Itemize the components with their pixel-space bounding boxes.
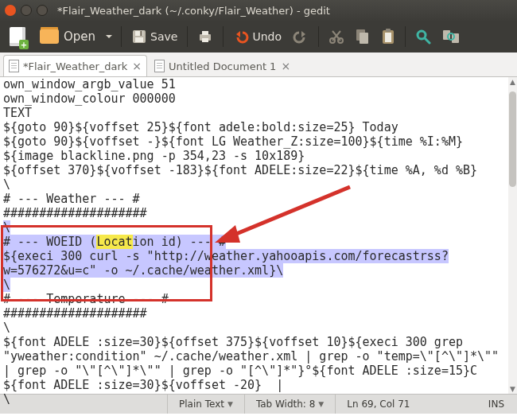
editor-line: \ — [3, 321, 512, 335]
save-button[interactable]: Save — [126, 25, 182, 49]
editor-line: \ — [3, 278, 512, 292]
redo-button[interactable] — [288, 25, 313, 49]
tab-close-button[interactable]: × — [132, 60, 142, 72]
cut-button[interactable] — [324, 25, 349, 49]
main-toolbar: + Open Save Undo — [0, 21, 517, 52]
editor-line: own_window_colour 000000 — [3, 91, 512, 106]
printer-icon — [197, 29, 213, 45]
copy-button[interactable] — [351, 25, 375, 49]
editor-line: #################### — [3, 306, 512, 321]
editor-container: own_window_argb_value 51own_window_colou… — [0, 77, 517, 394]
window-close-button[interactable] — [5, 5, 16, 16]
tab-strip: *Flair_Weather_dark × Untitled Document … — [0, 52, 517, 77]
new-document-button[interactable]: + — [5, 25, 33, 49]
editor-line: own_window_argb_value 51 — [3, 77, 512, 91]
search-icon — [415, 29, 431, 45]
open-button[interactable]: Open — [35, 25, 100, 49]
svg-rect-10 — [360, 33, 368, 44]
scrollbar-down-arrow[interactable]: ▼ — [508, 384, 517, 394]
editor-line: # --- Weather --- # — [3, 192, 512, 206]
editor-line: \ — [3, 177, 512, 192]
copy-icon — [356, 29, 370, 45]
editor-line: TEXT — [3, 106, 512, 120]
undo-icon — [233, 29, 249, 44]
editor-line: \ — [3, 392, 512, 406]
chevron-down-icon — [105, 33, 113, 41]
print-button[interactable] — [192, 25, 218, 49]
tab-label: *Flair_Weather_dark — [23, 60, 127, 72]
editor-line: | grep -o "\"[^\"]*\"" | grep -o "[^\"]*… — [3, 364, 512, 378]
paste-button[interactable] — [376, 25, 400, 49]
text-editor[interactable]: own_window_argb_value 51own_window_colou… — [0, 77, 517, 406]
window-minimize-button[interactable] — [21, 5, 32, 16]
document-icon — [154, 60, 165, 72]
svg-rect-13 — [386, 29, 391, 32]
find-replace-button[interactable] — [437, 25, 465, 49]
editor-line: ${font ADELE :size=30}${offset 375}${vof… — [3, 335, 512, 349]
editor-line: ${image blackline.png -p 354,23 -s 10x18… — [3, 149, 512, 163]
editor-line: ${goto 90}${voffset -}${font LG Weather_… — [3, 134, 512, 149]
window-title: *Flair_Weather_dark (~/.conky/Flair_Weat… — [57, 5, 330, 17]
scrollbar-up-arrow[interactable]: ▲ — [508, 77, 517, 87]
editor-line: ${font ADELE :size=30}${voffset -20} | — [3, 378, 512, 392]
tab-close-button[interactable]: × — [281, 60, 290, 72]
editor-line: # --- Temperature --- # — [3, 292, 512, 306]
clipboard-icon — [381, 29, 395, 45]
svg-rect-12 — [385, 33, 391, 42]
chevron-down-icon: ▼ — [318, 400, 324, 408]
editor-line: \ — [3, 220, 512, 235]
svg-rect-3 — [140, 31, 142, 36]
window-maximize-button[interactable] — [37, 5, 48, 16]
editor-line: "yweather:condition" ~/.cache/weather.xm… — [3, 349, 512, 364]
redo-icon — [293, 29, 309, 44]
chevron-down-icon: ▼ — [227, 400, 233, 408]
scrollbar-thumb[interactable] — [509, 91, 516, 187]
tab-untitled-document[interactable]: Untitled Document 1 × — [149, 55, 296, 76]
save-icon — [131, 29, 147, 45]
search-button[interactable] — [410, 25, 436, 49]
editor-line: w=576272&u=c" -o ~/.cache/weather.xml}\ — [3, 263, 512, 278]
find-replace-icon — [442, 29, 460, 44]
svg-rect-5 — [202, 31, 208, 35]
tab-label: Untitled Document 1 — [169, 60, 276, 72]
new-document-icon: + — [10, 27, 25, 46]
editor-line: ${goto 90}${voffset 25}${font adele:bold… — [3, 120, 512, 134]
svg-rect-2 — [135, 37, 143, 42]
editor-line: ${offset 370}${voffset -183}${font ADELE… — [3, 163, 512, 177]
editor-line: #################### — [3, 206, 512, 220]
folder-icon — [40, 29, 59, 44]
editor-line: ${execi 300 curl -s "http://weather.yaho… — [3, 249, 512, 263]
document-icon — [9, 60, 19, 72]
window-titlebar: *Flair_Weather_dark (~/.conky/Flair_Weat… — [0, 0, 517, 21]
undo-button[interactable]: Undo — [228, 25, 286, 49]
editor-line: # --- WOEID (Location id) --- # — [3, 235, 512, 249]
tab-flair-weather-dark[interactable]: *Flair_Weather_dark × — [3, 55, 147, 76]
open-recent-dropdown[interactable] — [102, 25, 116, 49]
svg-rect-6 — [202, 38, 208, 42]
vertical-scrollbar[interactable]: ▲ ▼ — [508, 77, 517, 394]
scissors-icon — [328, 29, 344, 45]
